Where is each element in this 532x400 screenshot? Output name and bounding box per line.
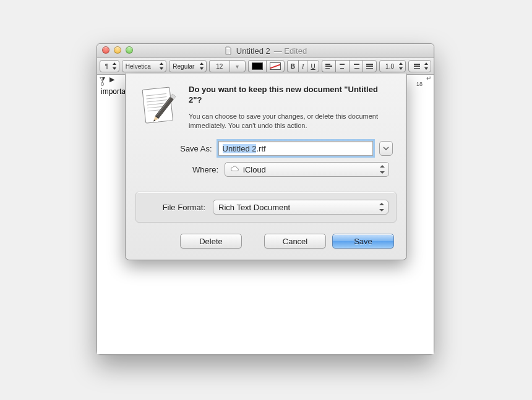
textedit-app-icon: [137, 85, 180, 130]
underline-button[interactable]: U: [307, 60, 319, 72]
font-style-dropdown[interactable]: Regular: [169, 60, 207, 72]
font-style-buttons: B I U: [287, 60, 319, 72]
font-size-control[interactable]: 12 ▾: [209, 60, 246, 72]
save-dialog-sheet: Do you want to keep this new document "U…: [125, 74, 407, 260]
document-text: importa: [101, 87, 126, 96]
paragraph-icon: ¶: [105, 63, 108, 70]
window-title: Untitled 2 — Edited: [97, 46, 434, 56]
font-family-dropdown[interactable]: Helvetica: [122, 60, 167, 72]
paragraph-style-dropdown[interactable]: ¶: [100, 60, 119, 72]
dialog-headline: Do you want to keep this new document "U…: [189, 85, 393, 106]
dialog-description: You can choose to save your changes, or …: [189, 112, 387, 130]
save-as-filename-input[interactable]: Untitled 2.rtf: [218, 141, 373, 156]
title-bar: Untitled 2 — Edited: [97, 44, 434, 58]
dialog-buttons: Delete Cancel Save: [126, 223, 406, 249]
text-color-button[interactable]: [248, 60, 266, 72]
ruler-tab-stop-icon[interactable]: ▶: [109, 75, 114, 83]
cancel-button[interactable]: Cancel: [264, 234, 326, 249]
align-right-button[interactable]: [349, 60, 363, 72]
align-left-button[interactable]: [322, 60, 335, 72]
italic-button[interactable]: I: [298, 60, 307, 72]
align-center-button[interactable]: [335, 60, 349, 72]
align-justify-button[interactable]: [363, 60, 377, 72]
font-size-stepper[interactable]: ▾: [230, 60, 246, 72]
bold-button[interactable]: B: [287, 60, 298, 72]
list-style-dropdown[interactable]: [408, 60, 431, 72]
document-icon: [224, 46, 233, 55]
where-value: iCloud: [243, 165, 266, 174]
filename-extension: .rtf: [256, 144, 265, 153]
ruler-wrap-icon[interactable]: ↵: [426, 75, 431, 82]
where-label: Where:: [126, 165, 225, 174]
textedit-window: Untitled 2 — Edited ¶ Helvetica Regular …: [97, 43, 434, 355]
color-controls: [248, 60, 285, 72]
cloud-icon: [230, 165, 239, 174]
highlight-color-button[interactable]: [266, 60, 285, 72]
file-format-label: File Format:: [144, 203, 213, 212]
expand-save-panel-button[interactable]: [379, 141, 393, 156]
delete-button[interactable]: Delete: [180, 234, 242, 249]
window-title-edited: — Edited: [274, 46, 307, 56]
where-location-dropdown[interactable]: iCloud: [225, 162, 389, 177]
save-button[interactable]: Save: [332, 234, 394, 249]
window-title-text: Untitled 2: [236, 46, 270, 56]
file-format-value: Rich Text Document: [218, 203, 290, 212]
file-format-group: File Format: Rich Text Document: [135, 192, 397, 223]
file-format-dropdown[interactable]: Rich Text Document: [213, 200, 388, 215]
filename-selected-portion: Untitled 2: [223, 144, 257, 153]
alignment-buttons: [322, 60, 377, 72]
line-spacing-dropdown[interactable]: 1.0: [379, 60, 406, 72]
save-as-label: Save As:: [126, 144, 218, 153]
font-size-value[interactable]: 12: [209, 60, 230, 72]
dropdown-arrows-icon: [379, 202, 385, 213]
dropdown-arrows-icon: [380, 164, 385, 175]
format-toolbar: ¶ Helvetica Regular 12 ▾ B I U 1.0: [97, 58, 434, 75]
